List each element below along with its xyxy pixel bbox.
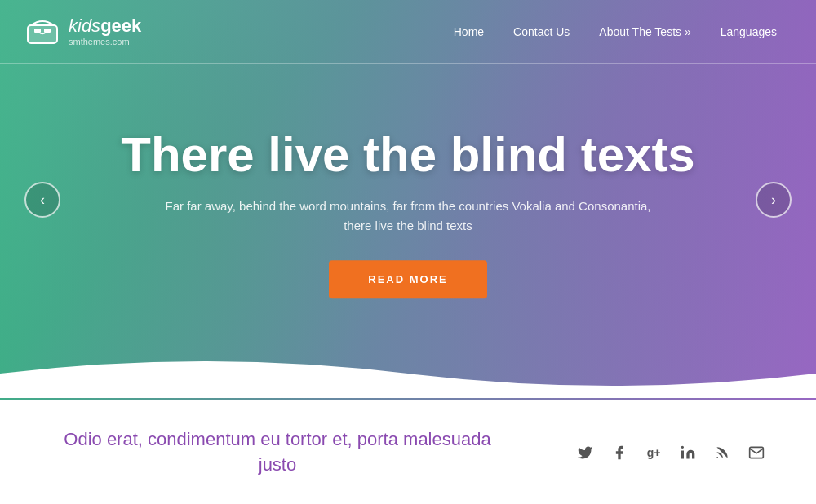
hero-content: There live the blind texts Far far away,… <box>82 128 734 298</box>
chevron-right-icon: › <box>771 192 776 209</box>
nav-link-home[interactable]: Home <box>439 25 499 38</box>
hero-title: There live the blind texts <box>82 128 734 182</box>
read-more-button[interactable]: READ MORE <box>329 260 486 298</box>
nav-link-languages[interactable]: Languages <box>706 25 792 38</box>
nav-item-languages[interactable]: Languages <box>706 24 792 39</box>
logo-text-group: kidsgeek smthemes.com <box>69 16 141 46</box>
nav-link-contact[interactable]: Contact Us <box>499 25 584 38</box>
site-logo[interactable]: kidsgeek smthemes.com <box>24 14 141 50</box>
main-nav: kidsgeek smthemes.com Home Contact Us Ab… <box>0 0 816 64</box>
logo-subtitle: smthemes.com <box>69 37 141 46</box>
hero-wave <box>0 349 816 400</box>
bottom-tagline: Odio erat, condimentum eu tortor et, por… <box>49 427 506 478</box>
svg-rect-1 <box>34 29 41 33</box>
social-icons-group: g+ <box>574 442 767 463</box>
svg-point-4 <box>716 457 718 458</box>
rss-icon[interactable] <box>712 442 733 463</box>
carousel-prev-button[interactable]: ‹ <box>24 182 60 218</box>
nav-item-about[interactable]: About The Tests » <box>584 24 705 39</box>
svg-rect-2 <box>44 29 51 33</box>
svg-point-3 <box>681 445 684 448</box>
chevron-left-icon: ‹ <box>40 192 45 209</box>
logo-icon <box>24 14 60 50</box>
email-icon[interactable] <box>746 442 767 463</box>
hero-subtitle: Far far away, behind the word mountains,… <box>155 197 661 236</box>
google-plus-icon[interactable]: g+ <box>643 442 664 463</box>
linkedin-icon[interactable] <box>677 442 698 463</box>
bottom-section: Odio erat, condimentum eu tortor et, por… <box>0 400 816 504</box>
hero-section: kidsgeek smthemes.com Home Contact Us Ab… <box>0 0 816 400</box>
logo-name: kidsgeek <box>69 16 141 36</box>
nav-link-about[interactable]: About The Tests » <box>584 25 705 38</box>
nav-links: Home Contact Us About The Tests » Langua… <box>439 24 792 39</box>
nav-item-home[interactable]: Home <box>439 24 499 39</box>
carousel-next-button[interactable]: › <box>756 182 792 218</box>
facebook-icon[interactable] <box>609 442 630 463</box>
nav-item-contact[interactable]: Contact Us <box>499 24 584 39</box>
twitter-icon[interactable] <box>574 442 596 463</box>
